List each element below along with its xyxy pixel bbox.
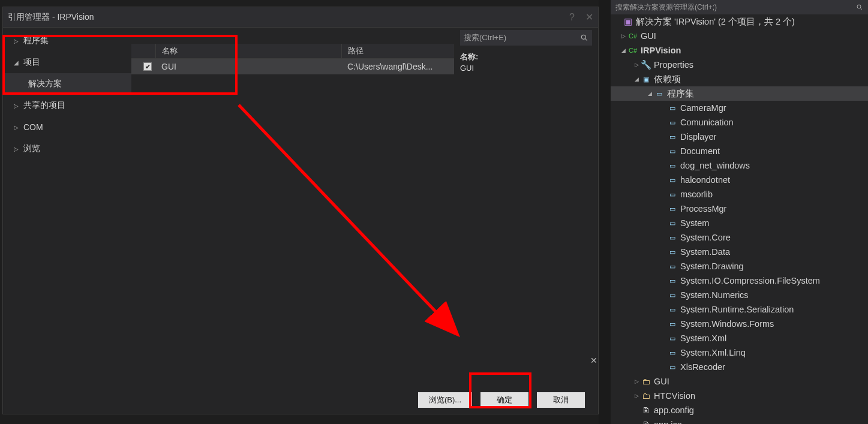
- nav-projects[interactable]: 项目: [3, 52, 131, 73]
- reference-manager-dialog: 引用管理器 - IRPVision ? ✕ 程序集 项目 解决方案 共享的项目 …: [2, 7, 599, 414]
- assembly-icon: ▭: [667, 333, 678, 343]
- chevron-right-icon[interactable]: ▷: [632, 62, 641, 68]
- tree-file-appconfig[interactable]: 🗎 app.config: [611, 403, 868, 417]
- panel-search-placeholder: 搜索解决方案资源管理器(Ctrl+;): [615, 2, 717, 13]
- file-icon: 🗎: [641, 405, 651, 415]
- panel-close-icon[interactable]: ✕: [590, 356, 597, 365]
- tree-folder-htc[interactable]: ▷ 🗀 HTCVision: [611, 389, 868, 403]
- tree-folder-htc-label: HTCVision: [654, 391, 695, 401]
- svg-point-3: [857, 5, 861, 8]
- tree-asm-item[interactable]: ▭ProcessMgr: [611, 202, 868, 216]
- help-button[interactable]: ?: [569, 12, 575, 23]
- solution-explorer: 搜索解决方案资源管理器(Ctrl+;) ▣ 解决方案 'IRPVision' (…: [611, 0, 868, 424]
- assembly-icon: ▭: [667, 103, 678, 113]
- assembly-icon: ▭: [667, 290, 678, 300]
- tree-asm-item[interactable]: ▭halcondotnet: [611, 173, 868, 187]
- chevron-down-icon[interactable]: ◢: [645, 91, 654, 97]
- project-icon: C#: [627, 46, 638, 55]
- asm-label: System.Windows.Forms: [680, 319, 774, 329]
- asm-label: System.Xml.Linq: [680, 348, 746, 357]
- project-icon: C#: [627, 31, 638, 41]
- folder-icon: 🗀: [641, 377, 651, 386]
- row-checkbox[interactable]: ✔: [143, 62, 152, 71]
- tree-proj-gui-label: GUI: [641, 31, 656, 41]
- asm-label: dog_net_windows: [680, 161, 750, 170]
- tree-solution[interactable]: ▣ 解决方案 'IRPVision' (2 个项目，共 2 个): [611, 14, 868, 29]
- asm-label: mscorlib: [680, 190, 713, 199]
- assembly-icon: ▭: [667, 118, 678, 127]
- tree-asm-item[interactable]: ▭System.Xml: [611, 331, 868, 345]
- tree-asm-item[interactable]: ▭dog_net_windows: [611, 158, 868, 173]
- chevron-right-icon[interactable]: ▷: [632, 393, 641, 399]
- tree-asm-item[interactable]: ▭System.Windows.Forms: [611, 317, 868, 331]
- close-button[interactable]: ✕: [585, 11, 593, 23]
- assembly-icon: ▭: [667, 305, 678, 314]
- search-icon: [580, 34, 588, 42]
- assembly-icon: ▭: [667, 276, 678, 285]
- nav-com[interactable]: COM: [3, 116, 131, 138]
- browse-button[interactable]: 浏览(B)...: [418, 392, 472, 408]
- tree-asm-item[interactable]: ▭System.Numerics: [611, 288, 868, 302]
- tree-asm-item[interactable]: ▭System.Data: [611, 245, 868, 259]
- chevron-right-icon[interactable]: ▷: [632, 378, 641, 384]
- asm-label: ProcessMgr: [680, 204, 726, 213]
- assembly-icon: ▭: [667, 348, 678, 357]
- cancel-button[interactable]: 取消: [537, 392, 585, 408]
- search-icon: [856, 4, 863, 11]
- nav-shared[interactable]: 共享的项目: [3, 95, 131, 116]
- tree-asm-item[interactable]: ▭Document: [611, 144, 868, 158]
- chevron-right-icon[interactable]: ▷: [619, 33, 627, 39]
- asm-label: System.Drawing: [680, 261, 744, 271]
- nav-browse[interactable]: 浏览: [3, 138, 131, 160]
- assembly-list: ▭CameraMgr▭Comunication▭Displayer▭Docume…: [611, 101, 868, 374]
- tree-proj-gui[interactable]: ▷ C# GUI: [611, 29, 868, 43]
- tree-asm-item[interactable]: ▭CameraMgr: [611, 101, 868, 115]
- tree-asm-item[interactable]: ▭System: [611, 216, 868, 230]
- tree-proj-irp[interactable]: ◢ C# IRPVision: [611, 43, 868, 58]
- dialog-titlebar[interactable]: 引用管理器 - IRPVision ? ✕: [3, 7, 598, 28]
- tree-deps[interactable]: ◢ ▣ 依赖项: [611, 72, 868, 86]
- grid-column: 名称 路径 ✔ GUI C:\Users\wangl\Desk...: [131, 28, 454, 386]
- tree-solution-label: 解决方案 'IRPVision' (2 个项目，共 2 个): [636, 16, 795, 28]
- asm-label: Document: [680, 146, 720, 156]
- search-input[interactable]: 搜索(Ctrl+E): [460, 30, 592, 46]
- grid-row-gui[interactable]: ✔ GUI C:\Users\wangl\Desk...: [131, 59, 454, 74]
- tree-asm-item[interactable]: ▭System.Core: [611, 230, 868, 245]
- nav-solution[interactable]: 解决方案: [3, 73, 131, 95]
- assembly-icon: ▭: [667, 233, 678, 242]
- tree-deps-label: 依赖项: [654, 74, 681, 85]
- row-checkbox-cell: ✔: [131, 62, 155, 71]
- tree-asm-item[interactable]: ▭System.Drawing: [611, 259, 868, 273]
- details-name-value: GUI: [460, 64, 592, 73]
- tree-asm-item[interactable]: ▭System.Runtime.Serialization: [611, 302, 868, 317]
- tree-properties[interactable]: ▷ 🔧 Properties: [611, 58, 868, 72]
- grid-header-check[interactable]: [131, 44, 155, 58]
- tree-asm-item[interactable]: ▭System.IO.Compression.FileSystem: [611, 273, 868, 288]
- panel-search[interactable]: 搜索解决方案资源管理器(Ctrl+;): [611, 0, 868, 14]
- assembly-icon: ▭: [667, 218, 678, 228]
- dialog-footer: 浏览(B)... 确定 取消: [3, 386, 598, 414]
- assembly-icon: ▭: [667, 132, 678, 142]
- tree-file-appconfig-label: app.config: [654, 405, 694, 415]
- folder-icon: 🗀: [641, 391, 651, 401]
- asm-label: System.IO.Compression.FileSystem: [680, 276, 820, 285]
- tree-assemblies[interactable]: ◢ ▭ 程序集: [611, 86, 868, 101]
- row-name: GUI: [155, 62, 341, 71]
- chevron-down-icon[interactable]: ◢: [619, 47, 627, 53]
- tree-folder-gui[interactable]: ▷ 🗀 GUI: [611, 374, 868, 389]
- assembly-group-icon: ▭: [654, 89, 665, 98]
- asm-label: System.Numerics: [680, 290, 749, 300]
- tree-asm-item[interactable]: ▭Comunication: [611, 115, 868, 130]
- grid-header-name[interactable]: 名称: [155, 44, 341, 58]
- tree-file-appico[interactable]: 🗎 app.ico: [611, 417, 868, 424]
- grid-header-path[interactable]: 路径: [341, 44, 454, 58]
- tree-asm-item[interactable]: ▭mscorlib: [611, 187, 868, 202]
- tree-asm-item[interactable]: ▭XlsRecoder: [611, 360, 868, 374]
- tree-asm-item[interactable]: ▭System.Xml.Linq: [611, 345, 868, 360]
- chevron-down-icon[interactable]: ◢: [632, 76, 641, 82]
- tree-properties-label: Properties: [654, 60, 693, 70]
- tree-asm-item[interactable]: ▭Displayer: [611, 130, 868, 144]
- assembly-icon: ▭: [667, 190, 678, 199]
- nav-assemblies[interactable]: 程序集: [3, 30, 131, 52]
- ok-button[interactable]: 确定: [480, 392, 528, 408]
